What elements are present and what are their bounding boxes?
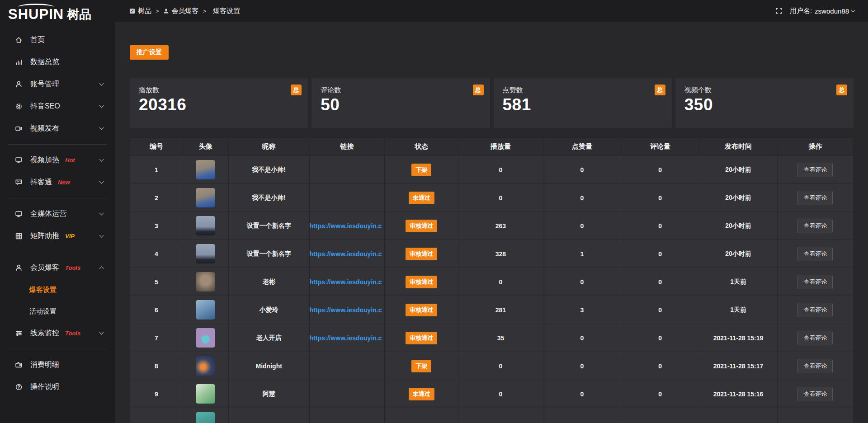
table-row: 6小爱玲https://www.iesdouyin.c审核通过281301天前查… <box>130 296 854 324</box>
cell-nickname: 我不是小帅! <box>228 184 309 212</box>
video-link[interactable]: https://www.iesdouyin.c <box>310 250 384 258</box>
sidebar-item-video-heat[interactable]: 视频加热 Hot <box>0 149 115 171</box>
cell-plays: 0 <box>458 352 543 380</box>
sidebar-item-instructions[interactable]: 操作说明 <box>0 376 115 398</box>
sidebar-item-media-operation[interactable]: 全媒体运营 <box>0 203 115 225</box>
view-comments-button[interactable]: 查看评论 <box>797 247 833 261</box>
cell-action: 查看评论 <box>777 296 853 324</box>
view-comments-button[interactable]: 查看评论 <box>797 163 833 177</box>
cell-comments: 0 <box>621 296 699 324</box>
sidebar-subitem-label: 活动设置 <box>29 307 57 316</box>
table-row: 3设置一个新名字https://www.iesdouyin.c审核通过26300… <box>130 212 854 240</box>
sidebar-item-clue-monitor[interactable]: 线索监控 Tools <box>0 322 115 344</box>
sidebar-item-home[interactable]: 首页 <box>0 29 115 51</box>
sidebar-item-data-overview[interactable]: 数据总览 <box>0 51 115 73</box>
view-comments-button[interactable]: 查看评论 <box>797 331 833 345</box>
cell-action: 查看评论 <box>777 156 853 184</box>
cell-nickname: 老彬 <box>228 268 309 296</box>
cell-id: 4 <box>130 240 183 268</box>
view-comments-button[interactable]: 查看评论 <box>797 387 833 401</box>
cell-id: 3 <box>130 212 183 240</box>
table-row: 7老人开店https://www.iesdouyin.c审核通过35002021… <box>130 324 854 352</box>
sidebar-divider <box>8 144 107 145</box>
cell-avatar <box>183 268 228 296</box>
cell-link <box>309 380 384 408</box>
sidebar-item-video-publish[interactable]: 视频发布 <box>0 118 115 140</box>
hot-badge: Hot <box>65 157 75 164</box>
column-header: 播放量 <box>458 138 543 156</box>
column-header: 状态 <box>385 138 458 156</box>
sidebar-item-consumption-detail[interactable]: 消费明细 <box>0 354 115 376</box>
stat-value: 50 <box>321 95 481 114</box>
fullscreen-icon[interactable] <box>775 7 783 14</box>
cell-nickname <box>228 408 309 423</box>
column-header: 点赞量 <box>543 138 621 156</box>
cell-nickname: 老人开店 <box>228 324 309 352</box>
sidebar-item-account-management[interactable]: 账号管理 <box>0 73 115 95</box>
sidebar-subitem-baoke-settings[interactable]: 爆客设置 <box>0 279 115 301</box>
new-badge: New <box>58 179 70 186</box>
cell-avatar <box>183 352 228 380</box>
sidebar-subitem-activity-settings[interactable]: 活动设置 <box>0 301 115 322</box>
status-badge: 未通过 <box>409 388 434 400</box>
cell-action: 查看评论 <box>777 212 853 240</box>
breadcrumb-item-member-baoke[interactable]: 会员爆客 <box>163 7 199 15</box>
sidebar-item-douyin-seo[interactable]: 抖音SEO <box>0 95 115 118</box>
promo-settings-button[interactable]: 推广设置 <box>130 45 169 60</box>
sidebar-item-label: 账号管理 <box>30 80 59 89</box>
cell-avatar <box>183 324 228 352</box>
breadcrumb-item-shupin[interactable]: 树品 <box>129 7 151 15</box>
stat-cards: 播放数 20316 总 评论数 50 总 点赞数 581 总 视频个数 350 <box>130 78 854 128</box>
bar-chart-icon <box>14 58 24 66</box>
videos-table: 编号头像昵称链接状态播放量点赞量评论量发布时间操作 1我不是小帅!下架00020… <box>130 137 854 423</box>
cell-id: 5 <box>130 268 183 296</box>
view-comments-button[interactable]: 查看评论 <box>797 359 833 373</box>
view-comments-button[interactable]: 查看评论 <box>797 219 833 233</box>
tools-badge: Tools <box>65 330 80 337</box>
column-header: 链接 <box>309 138 384 156</box>
cell-avatar <box>183 156 228 184</box>
avatar-image <box>196 272 215 291</box>
view-comments-button[interactable]: 查看评论 <box>797 191 833 205</box>
cell-plays: 0 <box>458 156 543 184</box>
video-link[interactable]: https://www.iesdouyin.c <box>310 306 384 314</box>
status-badge: 审核通过 <box>406 304 437 316</box>
sidebar-divider <box>8 198 107 198</box>
cell-status: 审核通过 <box>385 212 458 240</box>
cell-link: https://www.iesdouyin.c <box>309 324 384 352</box>
sidebar-item-label: 抖客通 <box>30 178 52 187</box>
sidebar-item-member-baoke[interactable]: 会员爆客 Tools <box>0 257 115 279</box>
user-menu[interactable]: 用户名: zswodun88 <box>790 7 854 15</box>
cell-action: 查看评论 <box>777 324 853 352</box>
wallet-icon <box>14 361 24 369</box>
sidebar-item-label: 会员爆客 <box>30 263 59 273</box>
cell-likes: 0 <box>543 352 621 380</box>
chevron-down-icon <box>99 157 104 162</box>
avatar-image <box>196 216 215 235</box>
sidebar-item-label: 全媒体运营 <box>30 209 66 219</box>
cell-nickname: 设置一个新名字 <box>228 212 309 240</box>
video-camera-icon <box>14 125 24 132</box>
view-comments-button[interactable]: 查看评论 <box>797 303 833 317</box>
cell-plays: 0 <box>458 184 543 212</box>
cell-id: 1 <box>130 156 183 184</box>
cell-nickname: Midnight <box>228 352 309 380</box>
table-body: 1我不是小帅!下架00020小时前查看评论2我不是小帅!未通过00020小时前查… <box>130 156 854 423</box>
cell-avatar <box>183 380 228 408</box>
view-comments-button[interactable]: 查看评论 <box>797 275 833 289</box>
breadcrumb-label: 会员爆客 <box>172 7 199 15</box>
sidebar-item-matrix-boost[interactable]: 矩阵助推 VIP <box>0 225 115 247</box>
sidebar-item-douketong[interactable]: 抖客通 New <box>0 171 115 193</box>
video-link[interactable]: https://www.iesdouyin.c <box>310 222 384 230</box>
cell-likes: 0 <box>543 212 621 240</box>
video-link[interactable]: https://www.iesdouyin.c <box>310 334 384 342</box>
user-icon <box>163 8 169 14</box>
table-row: 2我不是小帅!未通过00020小时前查看评论 <box>130 184 854 212</box>
table-container: 编号头像昵称链接状态播放量点赞量评论量发布时间操作 1我不是小帅!下架00020… <box>130 137 854 423</box>
cell-action <box>777 408 853 423</box>
cell-link <box>309 408 384 423</box>
chevron-down-icon <box>99 330 104 335</box>
video-link[interactable]: https://www.iesdouyin.c <box>310 278 384 286</box>
sidebar-divider <box>8 252 107 252</box>
chevron-down-icon <box>99 126 104 130</box>
